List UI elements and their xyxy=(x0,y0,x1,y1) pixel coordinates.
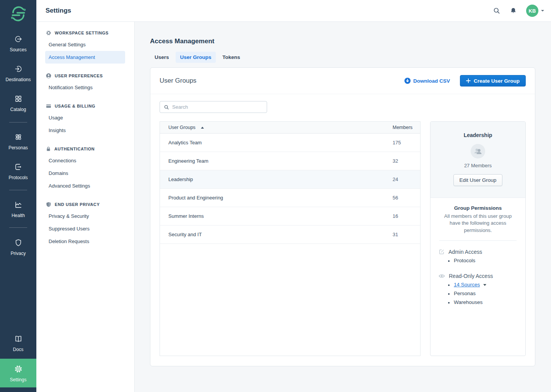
sidebar-item-health[interactable]: Health xyxy=(0,201,36,218)
sidebar-item-label: Protocols xyxy=(0,175,36,180)
settings-sidebar: WORKSPACE SETTINGS General Settings Acce… xyxy=(36,22,135,392)
nav-item-suppressed-users[interactable]: Suppressed Users xyxy=(36,222,134,235)
nav-item-access-management[interactable]: Access Management xyxy=(45,51,125,64)
group-avatar xyxy=(471,144,485,158)
section-header: AUTHENTICATION xyxy=(36,146,134,152)
personas-icon xyxy=(14,133,23,141)
permission-item: Personas xyxy=(448,289,517,298)
nav-section-workspace-settings: WORKSPACE SETTINGS General Settings Acce… xyxy=(36,30,134,64)
sidebar-item-catalog[interactable]: Catalog xyxy=(0,95,36,112)
caret-down-icon[interactable] xyxy=(483,284,486,286)
permission-item: Protocols xyxy=(448,256,517,265)
sources-link[interactable]: 14 Sources xyxy=(454,282,480,287)
page-header-title: Settings xyxy=(46,7,71,15)
nav-section-end-user-privacy: END USER PRIVACY Privacy & Security Supp… xyxy=(36,202,134,248)
permission-group-header: Read-Only Access xyxy=(439,273,517,279)
group-name: Leadership xyxy=(160,176,393,182)
sidebar-item-privacy[interactable]: Privacy xyxy=(0,238,36,256)
nav-section-user-preferences: USER PREFERENCES Notification Settings xyxy=(36,73,134,94)
card-actions: Download CSV Create User Group xyxy=(404,75,526,87)
segment-logo[interactable] xyxy=(0,5,36,24)
download-csv-button[interactable]: Download CSV xyxy=(404,78,450,84)
permissions-title: Group Permissions xyxy=(439,205,517,211)
download-icon xyxy=(404,78,411,84)
group-detail-panel: Leadership 27 Members Edit User Group xyxy=(430,121,526,356)
nav-item-privacy-security[interactable]: Privacy & Security xyxy=(36,210,134,222)
section-title: USER PREFERENCES xyxy=(55,74,103,78)
table-row[interactable]: Product and Engineering 56 xyxy=(160,189,420,207)
card-body: User Groups Members Analytics Team 175 E… xyxy=(150,94,535,356)
edit-user-group-button[interactable]: Edit User Group xyxy=(453,174,503,186)
nav-item-advanced-settings[interactable]: Advanced Settings xyxy=(36,180,134,192)
group-members: 56 xyxy=(393,195,420,201)
section-header: WORKSPACE SETTINGS xyxy=(36,30,134,36)
nav-item-deletion-requests[interactable]: Deletion Requests xyxy=(36,235,134,248)
table-row[interactable]: Summer Interns 16 xyxy=(160,207,420,225)
permission-list: Protocols xyxy=(439,256,517,265)
tab-tokens[interactable]: Tokens xyxy=(218,52,245,63)
sidebar-item-settings[interactable]: Settings xyxy=(0,359,36,387)
bell-icon[interactable] xyxy=(510,7,517,15)
section-header: END USER PRIVACY xyxy=(36,202,134,207)
primary-sidebar: Sources Destinations Catalog Personas xyxy=(0,0,36,392)
nav-item-notification-settings[interactable]: Notification Settings xyxy=(36,81,134,94)
tab-user-groups[interactable]: User Groups xyxy=(176,52,216,63)
group-members: 175 xyxy=(393,140,420,145)
search-input[interactable] xyxy=(172,104,263,110)
avatar[interactable]: KB xyxy=(526,5,538,17)
sidebar-divider xyxy=(9,227,27,228)
catalog-icon xyxy=(14,95,23,103)
sidebar-item-label: Docs xyxy=(0,347,36,352)
table-row[interactable]: Analytics Team 175 xyxy=(160,134,420,152)
nav-item-insights[interactable]: Insights xyxy=(36,124,134,137)
protocols-icon xyxy=(14,163,23,171)
sidebar-divider xyxy=(9,122,27,122)
group-name: Summer Interns xyxy=(160,213,393,219)
nav-item-usage[interactable]: Usage xyxy=(36,111,134,124)
nav-item-domains[interactable]: Domains xyxy=(36,167,134,180)
nav-section-authentication: AUTHENTICATION Connections Domains Advan… xyxy=(36,146,134,192)
nav-item-connections[interactable]: Connections xyxy=(36,154,134,167)
group-name: Analytics Team xyxy=(160,140,393,145)
permission-group-label: Read-Only Access xyxy=(449,273,493,279)
permissions-description: All members of this user group have the … xyxy=(439,213,517,234)
table-row-selected[interactable]: Leadership 24 xyxy=(160,170,420,189)
settings-gear-icon xyxy=(14,365,23,373)
group-summary: Leadership 27 Members Edit User Group xyxy=(430,122,525,198)
book-icon xyxy=(14,335,23,343)
search-icon[interactable] xyxy=(493,7,500,15)
sources-icon xyxy=(14,35,23,43)
create-user-group-button[interactable]: Create User Group xyxy=(460,75,526,87)
divider xyxy=(439,240,517,241)
plus-icon xyxy=(466,78,471,83)
user-menu[interactable]: KB xyxy=(526,5,544,17)
permission-group-header: Admin Access xyxy=(439,249,517,255)
group-members: 16 xyxy=(393,213,420,219)
sidebar-item-sources[interactable]: Sources xyxy=(0,35,36,52)
sidebar-item-destinations[interactable]: Destinations xyxy=(0,65,36,82)
sidebar-item-protocols[interactable]: Protocols xyxy=(0,163,36,180)
user-groups-card: User Groups Download CSV xyxy=(150,67,535,366)
tab-bar: Users User Groups Tokens xyxy=(150,52,535,63)
edit-icon xyxy=(439,249,445,255)
permission-item: Warehouses xyxy=(448,298,517,307)
sidebar-item-docs[interactable]: Docs xyxy=(0,335,36,352)
nav-section-usage-billing: USAGE & BILLING Usage Insights xyxy=(36,103,134,137)
group-name: Engineering Team xyxy=(160,158,393,164)
sidebar-item-personas[interactable]: Personas xyxy=(0,133,36,150)
group-name: Product and Engineering xyxy=(160,195,393,201)
sidebar-item-label: Catalog xyxy=(0,107,36,112)
user-groups-table: User Groups Members Analytics Team 175 E… xyxy=(160,121,421,356)
card-header: User Groups Download CSV xyxy=(150,68,535,94)
nav-item-general-settings[interactable]: General Settings xyxy=(36,38,134,51)
table-row[interactable]: Engineering Team 32 xyxy=(160,152,420,170)
sidebar-item-label: Health xyxy=(0,213,36,218)
group-member-count: 27 Members xyxy=(430,163,525,168)
sidebar-item-label: Destinations xyxy=(0,77,36,82)
group-members: 24 xyxy=(393,176,420,182)
tab-users[interactable]: Users xyxy=(150,52,174,63)
health-icon xyxy=(14,201,23,209)
column-header-user-groups[interactable]: User Groups xyxy=(160,125,393,130)
gear-icon xyxy=(46,30,51,36)
table-row[interactable]: Security and IT 31 xyxy=(160,225,420,244)
